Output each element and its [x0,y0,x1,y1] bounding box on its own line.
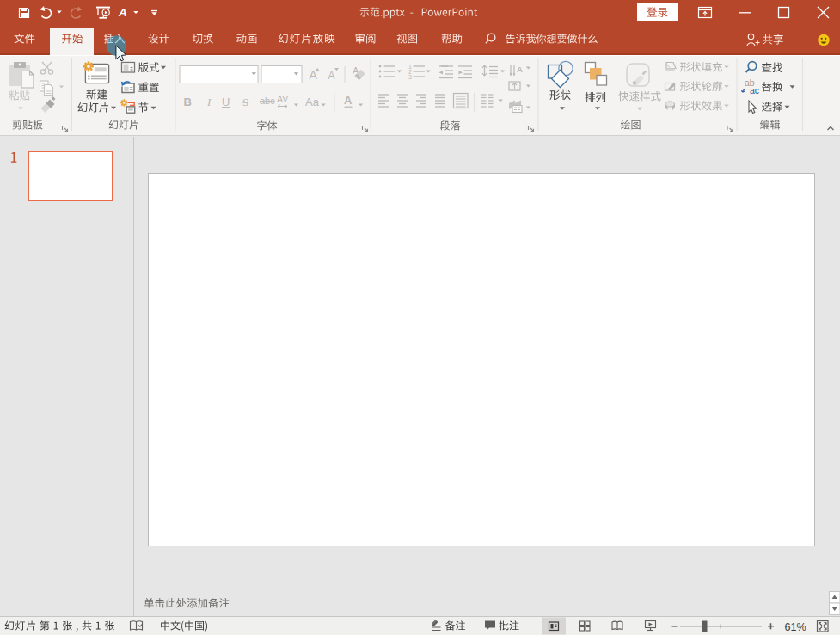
svg-text:A: A [344,94,353,107]
svg-text:Aa: Aa [305,96,320,108]
svg-text:61%: 61% [784,621,806,633]
svg-text:ac: ac [750,85,759,96]
svg-text:I: I [206,96,212,108]
svg-text:S: S [242,96,248,108]
svg-text:3: 3 [408,74,412,80]
svg-text:A: A [328,70,335,82]
svg-text:A: A [118,6,127,19]
svg-text:abc: abc [260,96,275,106]
svg-text:AV: AV [277,94,288,104]
svg-text:A: A [517,65,523,74]
svg-text:U: U [222,96,230,108]
svg-text:B: B [184,96,192,108]
